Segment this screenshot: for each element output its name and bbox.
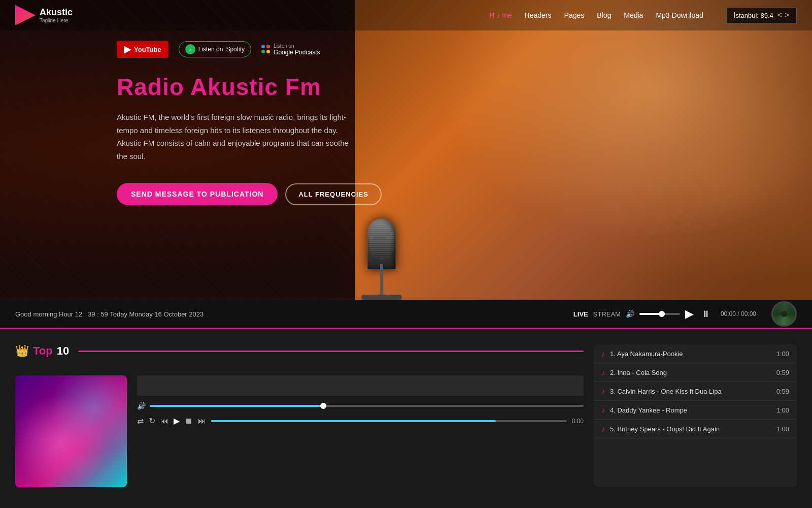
nav-media[interactable]: Media	[624, 11, 643, 19]
station-name: İstanbul: 89.4	[734, 12, 773, 19]
repeat-button[interactable]: ↻	[149, 416, 155, 426]
mini-play-button[interactable]: ▶	[174, 416, 180, 426]
track-item[interactable]: ♪ 1. Aya Nakamura-Pookie 1:00	[594, 344, 797, 363]
track-item[interactable]: ♪ 2. Inna - Cola Song 0:59	[594, 363, 797, 382]
google-dot-4	[266, 50, 270, 53]
track-note-2: ♪	[601, 368, 605, 376]
spotify-label: Listen on	[198, 46, 223, 53]
spotify-badge[interactable]: ♪ Listen on Spotify	[179, 41, 251, 57]
track-list: ♪ 1. Aya Nakamura-Pookie 1:00 ♪ 2. Inna …	[594, 344, 797, 487]
brand-name: Akustic	[40, 7, 73, 17]
mini-volume-icon: 🔊	[137, 402, 146, 410]
top10-section: 👑 Top 10 🔊 ⇄	[15, 344, 584, 487]
track-name-3: 3. Calvin Harris - One Kiss ft Dua Lipa	[610, 388, 771, 395]
mini-volume: 🔊	[137, 402, 584, 410]
google-badge[interactable]: Listen on Google Podcasts	[261, 43, 320, 56]
bottom-section: 👑 Top 10 🔊 ⇄	[0, 328, 812, 502]
play-button[interactable]: ▶	[685, 307, 694, 321]
track-name-5: 5. Britney Spears - Oops! Did It Again	[610, 425, 771, 433]
prev-button[interactable]: ⏮	[160, 417, 168, 426]
nav-headers[interactable]: Headers	[525, 11, 552, 19]
mic-body	[368, 218, 396, 269]
vinyl-disc	[771, 301, 797, 327]
mini-volume-bar[interactable]	[150, 405, 584, 407]
top-number: 10	[57, 344, 69, 358]
stream-label: STREAM	[593, 310, 621, 318]
hero-section: ▶ YouTube ♪ Listen on Spotify Listen on …	[0, 0, 812, 300]
google-listen-on: Listen on	[274, 43, 320, 49]
track-duration-1: 1:00	[776, 350, 789, 358]
nav-mp3[interactable]: Mp3 Download	[656, 11, 703, 19]
volume-dot	[659, 311, 665, 317]
station-selector[interactable]: İstanbul: 89.4 < >	[726, 7, 797, 23]
track-note-3: ♪	[601, 387, 605, 395]
track-duration-2: 0:59	[776, 369, 789, 376]
google-icon	[261, 45, 270, 54]
track-item[interactable]: ♪ 3. Calvin Harris - One Kiss ft Dua Lip…	[594, 382, 797, 401]
track-duration-4: 1:00	[776, 406, 789, 414]
next-button[interactable]: ⏭	[198, 417, 206, 426]
navbar: Akustic Tagline Here H ♪ me Headers Page…	[0, 0, 812, 30]
time-display: 00:00 / 00:00	[721, 310, 756, 318]
album-art	[15, 375, 127, 487]
track-item[interactable]: ♪ 4. Daddy Yankee - Rompe 1:00	[594, 401, 797, 420]
track-note-4: ♪	[601, 406, 605, 414]
crown-icon: 👑	[15, 344, 29, 358]
top10-divider	[78, 351, 584, 352]
nav-links: H ♪ me Headers Pages Blog Media Mp3 Down…	[489, 7, 797, 23]
top10-header: 👑 Top 10	[15, 344, 584, 358]
live-player-controls: LIVE STREAM 🔊 ▶ ⏸ 00:00 / 00:00	[573, 307, 756, 321]
all-frequencies-button[interactable]: ALL FREQUENCIES	[285, 183, 382, 205]
hero-buttons: SEND MESSAGE TO PUBLICATION ALL FREQUENC…	[117, 183, 812, 205]
track-name-4: 4. Daddy Yankee - Rompe	[610, 406, 771, 414]
track-duration-5: 1:00	[776, 425, 789, 433]
greeting-time: Good morning Hour 12 : 39 : 59 Today Mon…	[15, 310, 204, 318]
track-list-scroll[interactable]: ♪ 1. Aya Nakamura-Pookie 1:00 ♪ 2. Inna …	[594, 344, 797, 456]
logo-text-area: Akustic Tagline Here	[40, 7, 73, 23]
logo[interactable]: Akustic Tagline Here	[15, 5, 73, 25]
shuffle-button[interactable]: ⇄	[137, 416, 144, 426]
youtube-icon: ▶	[124, 44, 131, 55]
mic-base	[361, 295, 402, 300]
nav-home[interactable]: H ♪ me	[489, 11, 512, 19]
pause-button[interactable]: ⏸	[701, 309, 710, 320]
google-dot-1	[261, 45, 265, 48]
volume-icon: 🔊	[626, 310, 634, 318]
hero-description: Akustic FM, the world's first foreign sl…	[117, 111, 360, 163]
nav-pages[interactable]: Pages	[564, 11, 585, 19]
track-name-2: 2. Inna - Cola Song	[610, 369, 771, 376]
track-note-1: ♪	[601, 350, 605, 358]
album-art-visual	[15, 375, 127, 487]
youtube-badge[interactable]: ▶ YouTube	[117, 41, 168, 58]
mini-progress-fill	[211, 420, 496, 422]
mini-player: 🔊 ⇄ ↻ ⏮ ▶ ⏹ ⏭ 0:00	[137, 375, 584, 487]
top-label: Top	[33, 344, 53, 358]
live-label: LIVE	[573, 310, 588, 318]
google-dot-3	[261, 50, 265, 53]
logo-icon	[15, 5, 36, 25]
send-message-button[interactable]: SEND MESSAGE TO PUBLICATION	[117, 183, 278, 205]
google-dot-2	[266, 45, 270, 48]
mini-time: 0:00	[572, 418, 584, 425]
youtube-label: YouTube	[134, 46, 161, 53]
track-display	[137, 375, 584, 396]
hero-content: ▶ YouTube ♪ Listen on Spotify Listen on …	[0, 0, 812, 226]
spotify-icon: ♪	[185, 44, 195, 54]
track-note-5: ♪	[601, 425, 605, 433]
mini-volume-fill	[150, 405, 323, 407]
player-section: 🔊 ⇄ ↻ ⏮ ▶ ⏹ ⏭ 0:00	[15, 375, 584, 487]
track-item[interactable]: ♪ 5. Britney Spears - Oops! Did It Again…	[594, 420, 797, 438]
mini-progress-bar[interactable]	[211, 420, 567, 422]
google-name: Google Podcasts	[274, 49, 320, 56]
platform-badges: ▶ YouTube ♪ Listen on Spotify Listen on …	[117, 41, 812, 58]
station-arrows-icon: < >	[777, 11, 789, 20]
nav-blog[interactable]: Blog	[597, 11, 611, 19]
hero-title: Radio Akustic Fm	[117, 73, 812, 101]
mini-controls: ⇄ ↻ ⏮ ▶ ⏹ ⏭ 0:00	[137, 416, 584, 426]
track-duration-3: 0:59	[776, 388, 789, 395]
mini-volume-dot	[320, 403, 326, 409]
player-bar: Good morning Hour 12 : 39 : 59 Today Mon…	[0, 300, 812, 328]
track-name-1: 1. Aya Nakamura-Pookie	[610, 350, 771, 358]
volume-bar[interactable]	[639, 313, 680, 315]
stop-button[interactable]: ⏹	[185, 417, 193, 426]
